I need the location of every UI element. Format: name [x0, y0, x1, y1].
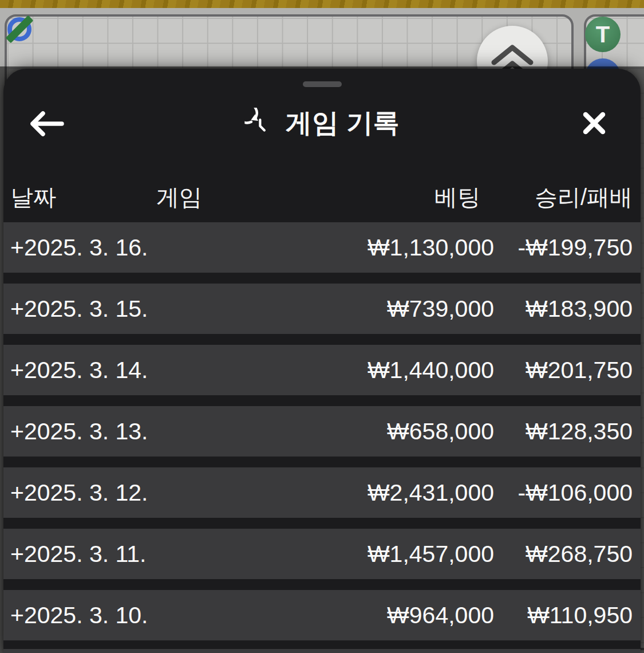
col-header-game: 게임	[156, 186, 299, 209]
gold-top-bar	[0, 0, 644, 8]
winloss-cell: -₩199,750	[494, 236, 633, 259]
date-cell: +2025. 3. 12.	[10, 481, 156, 505]
close-button[interactable]	[575, 103, 615, 143]
modal-title: 게임 기록	[286, 105, 400, 141]
bet-cell: ₩964,000	[299, 604, 494, 627]
col-header-bet: 베팅	[299, 186, 494, 209]
table-row[interactable]: +2025. 3. 12. ₩2,431,000 -₩106,000	[3, 467, 641, 518]
game-history-modal: 게임 기록 날짜 게임 베팅 승리/패배 +2025. 3. 16. ₩1,13…	[3, 69, 641, 653]
table-body: +2025. 3. 16. ₩1,130,000 -₩199,750 +2025…	[3, 222, 641, 651]
bet-cell: ₩2,431,000	[299, 481, 494, 505]
bet-cell: ₩1,457,000	[299, 542, 494, 566]
modal-title-group: 게임 기록	[244, 103, 400, 143]
bet-cell: ₩739,000	[299, 297, 494, 321]
table-row[interactable]: +2025. 3. 14. ₩1,440,000 ₩201,750	[3, 345, 641, 395]
winloss-cell: ₩268,750	[494, 542, 633, 566]
date-cell: +2025. 3. 10.	[10, 604, 156, 627]
col-header-winloss: 승리/패배	[494, 186, 633, 209]
date-cell: +2025. 3. 13.	[10, 420, 156, 443]
t-badge[interactable]: T	[585, 17, 621, 52]
winloss-cell: ₩128,350	[494, 420, 633, 443]
table-row[interactable]: +2025. 3. 13. ₩658,000 ₩128,350	[3, 406, 641, 457]
app-screen: T 게임 기록	[0, 0, 644, 653]
winloss-cell: -₩106,000	[494, 481, 633, 505]
bet-cell: ₩1,440,000	[299, 359, 494, 382]
table-row[interactable]: +2025. 3. 15. ₩739,000 ₩183,900	[3, 284, 641, 334]
history-clock-icon	[244, 108, 275, 139]
date-cell: +2025. 3. 16.	[10, 236, 156, 259]
winloss-cell: ₩183,900	[494, 297, 633, 321]
col-header-date: 날짜	[10, 186, 156, 209]
close-icon	[580, 109, 608, 137]
table-row[interactable]: +2025. 3. 16. ₩1,130,000 -₩199,750	[3, 222, 641, 273]
bet-cell: ₩658,000	[299, 420, 494, 443]
no-symbol-icon[interactable]	[5, 14, 34, 44]
bet-cell: ₩1,130,000	[299, 236, 494, 259]
t-badge-label: T	[596, 22, 610, 48]
back-arrow-icon	[29, 111, 64, 137]
date-cell: +2025. 3. 11.	[10, 542, 156, 566]
winloss-cell: ₩110,950	[494, 604, 633, 627]
table-row-partial[interactable]	[3, 649, 641, 653]
winloss-cell: ₩201,750	[494, 359, 633, 382]
table-row[interactable]: +2025. 3. 10. ₩964,000 ₩110,950	[3, 590, 641, 640]
table-header-row: 날짜 게임 베팅 승리/패배	[3, 172, 641, 222]
table-row[interactable]: +2025. 3. 11. ₩1,457,000 ₩268,750	[3, 529, 641, 579]
date-cell: +2025. 3. 15.	[10, 297, 156, 321]
back-button[interactable]	[25, 107, 71, 141]
modal-header: 게임 기록	[3, 69, 641, 160]
date-cell: +2025. 3. 14.	[10, 359, 156, 382]
